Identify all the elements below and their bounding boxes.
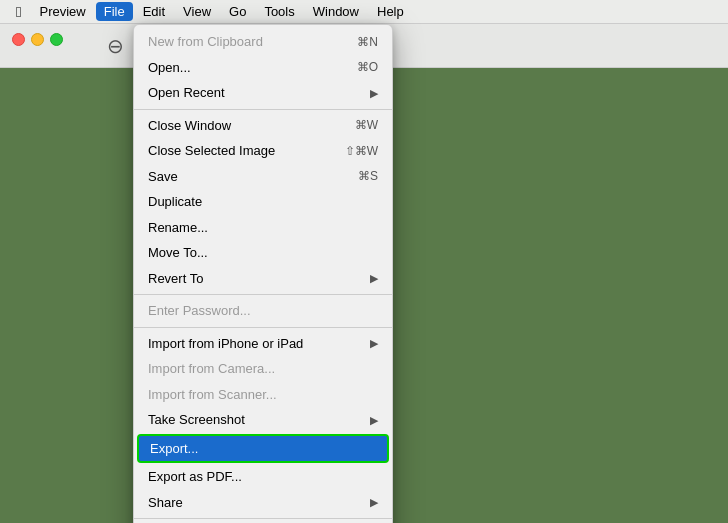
menu-item-label: Enter Password... xyxy=(148,301,251,321)
menu-separator-4 xyxy=(134,518,392,519)
menu-item-duplicate[interactable]: Duplicate xyxy=(134,189,392,215)
menu-item-export-pdf[interactable]: Export as PDF... xyxy=(134,464,392,490)
menu-item-shortcut: ⌘W xyxy=(355,116,378,134)
menu-item-label: Save xyxy=(148,167,178,187)
menu-separator-2 xyxy=(134,294,392,295)
menu-item-label: Import from Scanner... xyxy=(148,385,277,405)
menu-item-label: Close Selected Image xyxy=(148,141,275,161)
submenu-arrow-icon: ▶ xyxy=(370,412,378,429)
menu-item-export[interactable]: Export... xyxy=(137,434,389,464)
menubar-window[interactable]: Window xyxy=(305,2,367,21)
minimize-button[interactable] xyxy=(31,33,44,46)
menubar-view[interactable]: View xyxy=(175,2,219,21)
menu-item-label: Rename... xyxy=(148,218,208,238)
menu-item-save[interactable]: Save ⌘S xyxy=(134,164,392,190)
submenu-arrow-icon: ▶ xyxy=(370,270,378,287)
menubar-preview[interactable]: Preview xyxy=(31,2,93,21)
menu-item-label: Import from iPhone or iPad xyxy=(148,334,303,354)
menu-item-label: Duplicate xyxy=(148,192,202,212)
menu-item-import-iphone[interactable]: Import from iPhone or iPad ▶ xyxy=(134,331,392,357)
menu-item-shortcut: ⌘S xyxy=(358,167,378,185)
traffic-lights xyxy=(12,33,63,46)
menubar-tools[interactable]: Tools xyxy=(256,2,302,21)
menu-item-new-clipboard[interactable]: New from Clipboard ⌘N xyxy=(134,29,392,55)
menu-item-close-window[interactable]: Close Window ⌘W xyxy=(134,113,392,139)
menu-item-label: Take Screenshot xyxy=(148,410,245,430)
menubar-file[interactable]: File xyxy=(96,2,133,21)
submenu-arrow-icon: ▶ xyxy=(370,85,378,102)
file-menu-dropdown: New from Clipboard ⌘N Open... ⌘O Open Re… xyxy=(133,24,393,523)
menu-item-shortcut: ⌘O xyxy=(357,58,378,76)
menu-item-revert-to[interactable]: Revert To ▶ xyxy=(134,266,392,292)
menu-item-label: Import from Camera... xyxy=(148,359,275,379)
apple-menu[interactable]:  xyxy=(8,3,29,20)
menubar-edit[interactable]: Edit xyxy=(135,2,173,21)
menu-item-enter-password[interactable]: Enter Password... xyxy=(134,298,392,324)
menu-item-label: Open... xyxy=(148,58,191,78)
menu-item-open-recent[interactable]: Open Recent ▶ xyxy=(134,80,392,106)
submenu-arrow-icon: ▶ xyxy=(370,335,378,352)
menu-item-label: New from Clipboard xyxy=(148,32,263,52)
menu-item-take-screenshot[interactable]: Take Screenshot ▶ xyxy=(134,407,392,433)
menu-item-import-camera[interactable]: Import from Camera... xyxy=(134,356,392,382)
menu-item-move-to[interactable]: Move To... xyxy=(134,240,392,266)
menu-item-label: Move To... xyxy=(148,243,208,263)
menu-item-label: Close Window xyxy=(148,116,231,136)
menubar-go[interactable]: Go xyxy=(221,2,254,21)
menu-separator-1 xyxy=(134,109,392,110)
menu-item-close-selected-image[interactable]: Close Selected Image ⇧⌘W xyxy=(134,138,392,164)
menu-item-label: Share xyxy=(148,493,183,513)
menu-item-import-scanner[interactable]: Import from Scanner... xyxy=(134,382,392,408)
zoom-out-button[interactable]: ⊖ xyxy=(100,31,130,61)
menu-item-label: Revert To xyxy=(148,269,203,289)
close-button[interactable] xyxy=(12,33,25,46)
menu-item-share[interactable]: Share ▶ xyxy=(134,490,392,516)
submenu-arrow-icon: ▶ xyxy=(370,494,378,511)
menu-item-shortcut: ⌘N xyxy=(357,33,378,51)
maximize-button[interactable] xyxy=(50,33,63,46)
menubar-help[interactable]: Help xyxy=(369,2,412,21)
menu-item-label: Open Recent xyxy=(148,83,225,103)
menu-item-label: Export as PDF... xyxy=(148,467,242,487)
menu-item-shortcut: ⇧⌘W xyxy=(345,142,378,160)
menu-item-label: Export... xyxy=(150,439,198,459)
menu-item-rename[interactable]: Rename... xyxy=(134,215,392,241)
menu-separator-3 xyxy=(134,327,392,328)
menubar:  Preview File Edit View Go Tools Window… xyxy=(0,0,728,24)
menu-item-open[interactable]: Open... ⌘O xyxy=(134,55,392,81)
